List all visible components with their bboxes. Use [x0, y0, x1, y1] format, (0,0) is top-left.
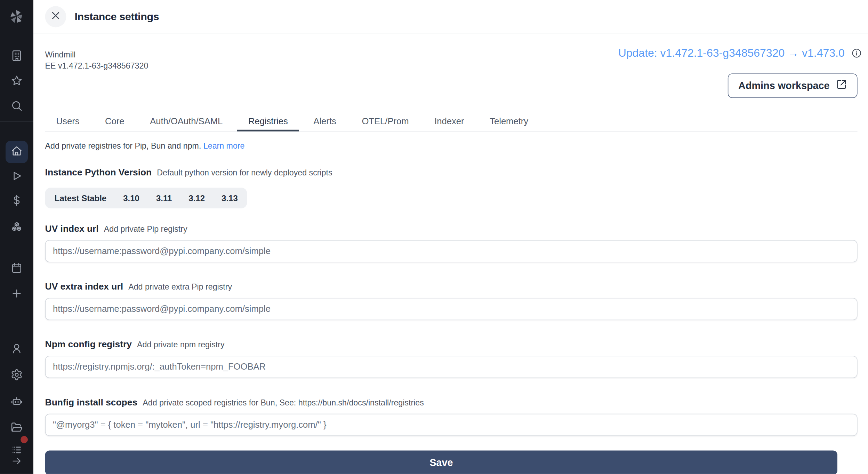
learn-more-link[interactable]: Learn more	[203, 141, 245, 150]
windmill-logo-icon[interactable]	[7, 7, 26, 26]
sidebar-item-variables[interactable]	[6, 190, 28, 213]
tab-bar: Users Core Auth/OAuth/SAML Registries Al…	[45, 111, 858, 132]
tab-registries[interactable]: Registries	[237, 111, 299, 132]
bunfig-install-scopes-hint: Add private scoped registries for Bun, S…	[143, 398, 424, 407]
dollar-icon	[10, 194, 23, 209]
uv-index-url-label: UV index url	[45, 223, 99, 234]
boxes-icon	[10, 221, 23, 236]
admins-workspace-button[interactable]: Admins workspace	[728, 73, 858, 98]
calendar-icon	[10, 262, 23, 276]
building-icon	[10, 49, 23, 64]
close-icon	[51, 11, 60, 22]
folder-open-icon	[10, 421, 23, 436]
gear-icon	[10, 369, 23, 383]
page-title: Instance settings	[74, 10, 159, 23]
bunfig-install-scopes-input[interactable]	[45, 414, 858, 436]
sidebar-item-favorites[interactable]	[6, 71, 28, 93]
field-uv-extra-index-url: UV extra index url Add private extra Pip…	[45, 280, 858, 320]
uv-extra-index-url-hint: Add private extra Pip registry	[128, 282, 232, 291]
tab-users[interactable]: Users	[45, 111, 91, 132]
npm-config-registry-hint: Add private npm registry	[137, 340, 224, 349]
npm-config-registry-input[interactable]	[45, 356, 858, 378]
uv-index-url-hint: Add private Pip registry	[104, 224, 187, 234]
sidebar-item-add[interactable]	[6, 283, 28, 306]
page-header: Instance settings	[33, 0, 868, 33]
sidebar-item-home[interactable]	[6, 141, 28, 163]
notification-badge	[21, 436, 28, 443]
python-option-3-12[interactable]: 3.12	[180, 189, 213, 207]
user-icon	[10, 342, 23, 357]
close-button[interactable]	[45, 6, 66, 27]
tab-otel-prom[interactable]: OTEL/Prom	[351, 111, 420, 132]
sidebar-item-workers[interactable]	[6, 391, 28, 413]
info-icon[interactable]	[851, 48, 862, 58]
sidebar-item-schedules[interactable]	[6, 258, 28, 280]
registries-intro: Add private registries for Pip, Bun and …	[45, 141, 858, 151]
robot-icon	[10, 395, 23, 409]
tab-telemetry[interactable]: Telemetry	[479, 111, 539, 132]
sidebar-item-account[interactable]	[6, 339, 28, 361]
sidebar-divider	[0, 121, 33, 122]
uv-extra-index-url-label: UV extra index url	[45, 281, 123, 291]
python-option-latest-stable[interactable]: Latest Stable	[46, 189, 115, 207]
python-version-subtitle: Default python version for newly deploye…	[157, 168, 332, 177]
search-icon	[10, 100, 23, 114]
sidebar-item-workspaces[interactable]	[6, 46, 28, 68]
edition-version: EE v1.472.1-63-g348567320	[45, 60, 148, 71]
npm-config-registry-label: Npm config registry	[45, 339, 132, 349]
python-version-title: Instance Python Version	[45, 167, 152, 177]
tab-auth-oauth-saml[interactable]: Auth/OAuth/SAML	[139, 111, 234, 132]
sidebar-item-resources[interactable]	[6, 217, 28, 239]
plus-icon	[10, 287, 23, 302]
tab-core[interactable]: Core	[94, 111, 136, 132]
meta-row: Windmill EE v1.472.1-63-g348567320 Updat…	[45, 49, 858, 71]
python-option-3-11[interactable]: 3.11	[148, 189, 180, 207]
uv-extra-index-url-input[interactable]	[45, 298, 858, 320]
star-icon	[10, 74, 23, 89]
sidebar-item-settings[interactable]	[6, 365, 28, 387]
tab-alerts[interactable]: Alerts	[302, 111, 347, 132]
app-name: Windmill	[45, 49, 148, 60]
sidebar-expand-button[interactable]	[6, 452, 28, 472]
admins-workspace-label: Admins workspace	[738, 80, 830, 92]
sidebar	[0, 0, 33, 474]
external-link-icon	[836, 79, 847, 92]
home-icon	[10, 145, 23, 159]
instance-settings-page: Instance settings Windmill EE v1.472.1-6…	[0, 0, 868, 474]
field-uv-index-url: UV index url Add private Pip registry	[45, 222, 858, 262]
sidebar-item-search[interactable]	[6, 96, 28, 118]
python-option-3-13[interactable]: 3.13	[213, 189, 246, 207]
intro-text: Add private registries for Pip, Bun and …	[45, 141, 201, 150]
arrow-right-icon	[11, 456, 22, 469]
save-button[interactable]: Save	[45, 450, 837, 474]
update-link[interactable]: Update: v1.472.1-63-g348567320 → v1.473.…	[618, 47, 845, 60]
uv-index-url-input[interactable]	[45, 240, 858, 262]
field-npm-config-registry: Npm config registry Add private npm regi…	[45, 338, 858, 378]
version-block: Windmill EE v1.472.1-63-g348567320	[45, 49, 148, 71]
python-version-toggle-group: Latest Stable 3.10 3.11 3.12 3.13	[45, 188, 247, 208]
update-row: Update: v1.472.1-63-g348567320 → v1.473.…	[618, 47, 862, 60]
settings-content: Windmill EE v1.472.1-63-g348567320 Updat…	[33, 33, 868, 474]
bunfig-install-scopes-label: Bunfig install scopes	[45, 397, 138, 407]
admins-row: Admins workspace	[45, 73, 858, 98]
tab-indexer[interactable]: Indexer	[423, 111, 475, 132]
sidebar-item-runs[interactable]	[6, 166, 28, 188]
python-option-3-10[interactable]: 3.10	[115, 189, 148, 207]
play-icon	[10, 170, 23, 184]
python-version-heading: Instance Python Version Default python v…	[45, 166, 858, 179]
field-bunfig-install-scopes: Bunfig install scopes Add private scoped…	[45, 396, 858, 436]
main-panel: Instance settings Windmill EE v1.472.1-6…	[33, 0, 868, 474]
